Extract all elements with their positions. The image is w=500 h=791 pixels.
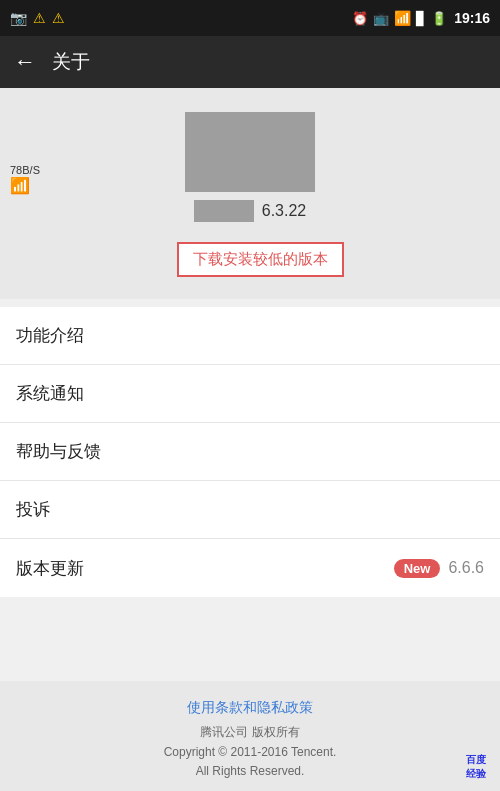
- copyright-line1: Copyright © 2011-2016 Tencent.: [10, 743, 490, 762]
- version-number: 6.3.22: [262, 202, 306, 220]
- update-label: 版本更新: [16, 557, 84, 580]
- wifi-speed-text: 78B/S: [10, 164, 40, 176]
- features-label: 功能介绍: [16, 324, 84, 347]
- menu-list: 功能介绍 系统通知 帮助与反馈 投诉 版本更新 New 6.6.6: [0, 307, 500, 597]
- screen-icon: [373, 11, 389, 26]
- menu-item-notification[interactable]: 系统通知: [0, 365, 500, 423]
- update-right: New 6.6.6: [394, 559, 484, 578]
- warn1-icon: [33, 10, 46, 26]
- status-bar: 📶 ▊ 19:16: [0, 0, 500, 36]
- update-version: 6.6.6: [448, 559, 484, 577]
- app-logo: [185, 112, 315, 192]
- download-lower-version-button[interactable]: 下载安装较低的版本: [177, 242, 344, 277]
- back-button[interactable]: ←: [14, 49, 36, 75]
- status-left-icons: [10, 10, 65, 26]
- download-box-wrapper[interactable]: 下载安装较低的版本: [167, 232, 334, 283]
- menu-item-help[interactable]: 帮助与反馈: [0, 423, 500, 481]
- title-bar: ← 关于: [0, 36, 500, 88]
- menu-item-complaint[interactable]: 投诉: [0, 481, 500, 539]
- menu-item-update[interactable]: 版本更新 New 6.6.6: [0, 539, 500, 597]
- version-row: 6.3.22: [194, 200, 306, 222]
- wifi-icon: 📶: [394, 10, 411, 26]
- baidu-logo: 百度经验: [466, 753, 486, 781]
- copyright-line2: All Rights Reserved.: [10, 762, 490, 781]
- notification-label: 系统通知: [16, 382, 84, 405]
- signal-icon: ▊: [416, 11, 426, 26]
- help-label: 帮助与反馈: [16, 440, 101, 463]
- footer: 使用条款和隐私政策 腾讯公司 版权所有 Copyright © 2011-201…: [0, 681, 500, 791]
- complaint-label: 投诉: [16, 498, 50, 521]
- warn2-icon: [52, 10, 65, 26]
- status-right-icons: 📶 ▊ 19:16: [352, 10, 490, 26]
- footer-company: 腾讯公司 版权所有 Copyright © 2011-2016 Tencent.…: [10, 723, 490, 781]
- app-name-logo: [194, 200, 254, 222]
- menu-item-features[interactable]: 功能介绍: [0, 307, 500, 365]
- page-title: 关于: [52, 49, 90, 75]
- time-display: 19:16: [454, 10, 490, 26]
- app-logo-section: 78B/S 📶 6.3.22 下载安装较低的版本: [0, 88, 500, 299]
- new-badge: New: [394, 559, 441, 578]
- clock-icon: [352, 11, 368, 26]
- battery-icon: [431, 11, 447, 26]
- wifi-signal-icon: 📶: [10, 176, 30, 195]
- company-name: 腾讯公司 版权所有: [10, 723, 490, 742]
- terms-link[interactable]: 使用条款和隐私政策: [10, 699, 490, 717]
- camera-icon: [10, 10, 27, 26]
- baidu-text: 百度经验: [466, 753, 486, 781]
- wifi-speed-badge: 78B/S 📶: [10, 164, 40, 195]
